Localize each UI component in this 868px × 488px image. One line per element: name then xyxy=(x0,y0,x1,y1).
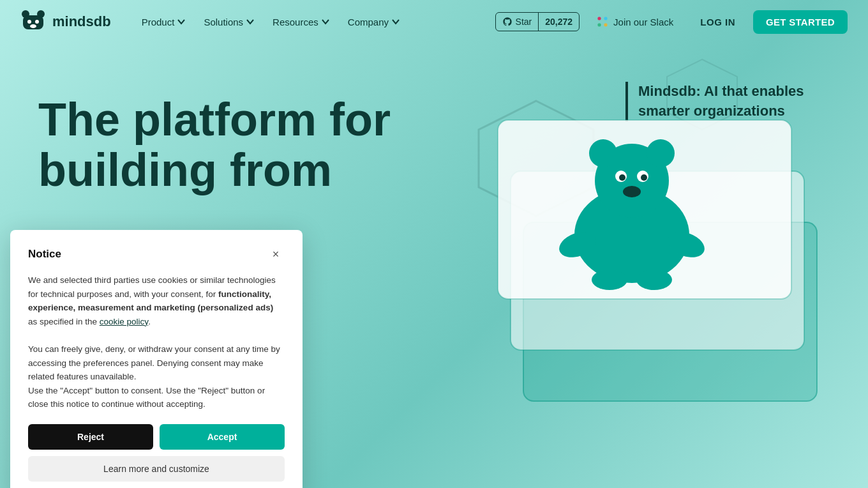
accept-button[interactable]: Accept xyxy=(160,424,285,450)
nav-product-label: Product xyxy=(142,17,175,27)
logo-text: mindsdb xyxy=(52,13,111,30)
hero-title-line2: building from xyxy=(38,144,332,195)
svg-point-26 xyxy=(592,270,627,290)
cookie-title: Notice xyxy=(28,248,61,261)
close-button[interactable]: × xyxy=(267,245,285,263)
cookie-modal: Notice × We and selected third parties u… xyxy=(10,230,303,488)
svg-point-27 xyxy=(636,270,672,290)
nav-right: Star 20,272 Join our Slack LOG IN GET ST… xyxy=(495,10,848,34)
cookie-body-mid: as specified in the xyxy=(28,317,100,326)
chevron-down-icon-4 xyxy=(391,17,400,26)
nav-company-label: Company xyxy=(348,17,389,27)
chevron-down-icon-2 xyxy=(246,17,255,26)
github-star-button: Star 20,272 xyxy=(495,12,580,31)
hero-illustration xyxy=(485,69,842,439)
cookie-policy-link[interactable]: cookie policy xyxy=(100,317,148,326)
svg-point-18 xyxy=(647,139,675,167)
chevron-down-icon xyxy=(177,17,186,26)
platform-illustration xyxy=(485,69,842,439)
svg-point-21 xyxy=(619,174,625,181)
nav-solutions-label: Solutions xyxy=(204,17,243,27)
github-icon xyxy=(502,17,513,27)
login-button[interactable]: LOG IN xyxy=(690,11,745,33)
slack-button[interactable]: Join our Slack xyxy=(587,11,682,32)
nav-left: mindsdb Product Solutions Resources xyxy=(20,9,408,34)
hero-title-line1: The platform for xyxy=(38,94,391,145)
logo-icon xyxy=(20,9,46,34)
nav-resources-label: Resources xyxy=(273,17,318,27)
cookie-header: Notice × xyxy=(28,245,285,263)
star-label: Star xyxy=(516,17,532,27)
svg-point-23 xyxy=(623,186,641,197)
logo[interactable]: mindsdb xyxy=(20,9,111,34)
svg-rect-7 xyxy=(604,17,608,20)
svg-rect-6 xyxy=(598,17,601,20)
nav-item-resources[interactable]: Resources xyxy=(265,11,338,33)
nav-item-company[interactable]: Company xyxy=(340,11,408,33)
svg-point-5 xyxy=(30,24,36,28)
cookie-body: We and selected third parties use cookie… xyxy=(28,273,285,411)
star-button-left[interactable]: Star xyxy=(496,13,539,31)
chevron-down-icon-3 xyxy=(321,17,330,26)
svg-point-22 xyxy=(641,174,647,181)
cookie-body-end: You can freely give, deny, or withdraw y… xyxy=(28,344,280,409)
nav-item-solutions[interactable]: Solutions xyxy=(196,11,262,33)
svg-point-17 xyxy=(589,139,617,167)
slack-label: Join our Slack xyxy=(613,17,673,27)
slack-icon xyxy=(596,15,609,28)
nav-item-product[interactable]: Product xyxy=(134,11,194,33)
hero-main-title: The platform for building from xyxy=(38,95,447,195)
reject-button[interactable]: Reject xyxy=(28,424,153,450)
nav-links: Product Solutions Resources Company xyxy=(134,11,408,33)
svg-point-3 xyxy=(27,20,31,24)
get-started-button[interactable]: GET STARTED xyxy=(753,10,848,34)
star-count: 20,272 xyxy=(539,13,579,31)
svg-rect-9 xyxy=(604,24,608,27)
learn-more-button[interactable]: Learn more and customize xyxy=(28,456,285,482)
cookie-actions: Reject Accept xyxy=(28,424,285,450)
navbar: mindsdb Product Solutions Resources xyxy=(0,0,868,43)
svg-point-4 xyxy=(35,20,39,24)
svg-rect-8 xyxy=(598,24,601,27)
